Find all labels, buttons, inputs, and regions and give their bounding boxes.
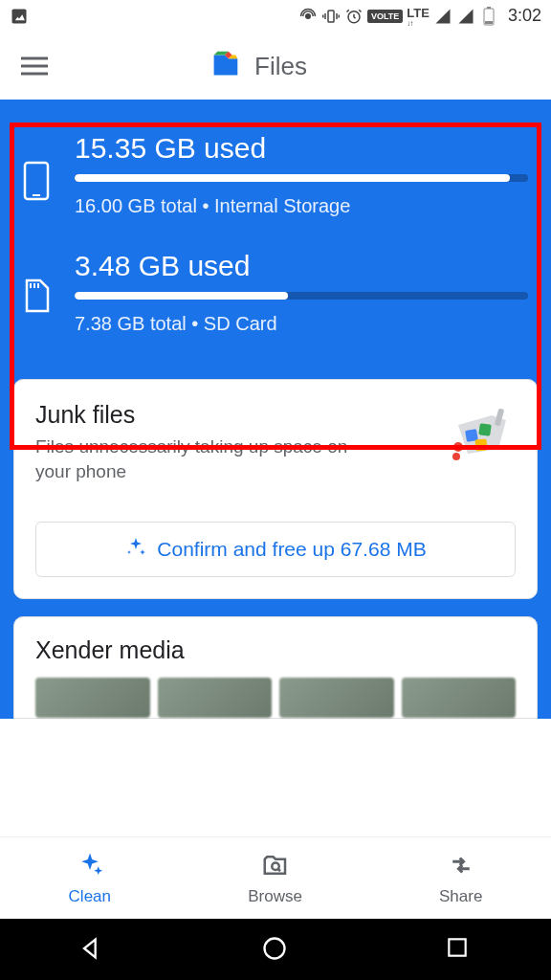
system-nav-bar xyxy=(0,919,551,980)
media-thumb[interactable] xyxy=(402,678,517,718)
phone-icon xyxy=(23,161,61,205)
home-button[interactable] xyxy=(261,935,290,964)
status-time: 3:02 xyxy=(508,6,541,26)
svg-point-29 xyxy=(453,442,463,452)
svg-rect-35 xyxy=(449,939,465,955)
nav-share[interactable]: Share xyxy=(439,851,482,906)
hotspot-icon xyxy=(298,7,318,26)
storage-panel[interactable]: 15.35 GB used 16.00 GB total • Internal … xyxy=(0,100,551,379)
lte-icon: LTE↓↑ xyxy=(407,6,430,27)
internal-total-label: 16.00 GB total • Internal Storage xyxy=(75,195,528,217)
dustpan-icon xyxy=(439,401,516,468)
bottom-nav: Clean Browse Share xyxy=(0,836,551,919)
nav-share-label: Share xyxy=(439,887,482,906)
nav-clean[interactable]: Clean xyxy=(69,851,111,906)
battery-icon xyxy=(479,7,498,26)
junk-card-title: Junk files xyxy=(35,401,380,429)
svg-line-32 xyxy=(277,868,280,871)
junk-files-card: Junk files Files unnecessarily taking up… xyxy=(13,379,538,599)
media-card-title: Xender media xyxy=(35,636,516,664)
svg-rect-3 xyxy=(328,11,334,22)
nav-browse-label: Browse xyxy=(248,887,302,906)
nav-clean-label: Clean xyxy=(69,887,111,906)
junk-card-subtitle: Files unnecessarily taking up space on y… xyxy=(35,434,380,483)
internal-used-label: 15.35 GB used xyxy=(75,132,528,165)
vibrate-icon xyxy=(321,7,341,26)
svg-marker-9 xyxy=(435,9,450,23)
svg-rect-13 xyxy=(485,21,493,24)
sdcard-storage-row[interactable]: 3.48 GB used 7.38 GB total • SD Card xyxy=(23,250,528,335)
volte-badge: VOLTE xyxy=(367,10,403,23)
app-header: Files xyxy=(0,33,551,100)
confirm-free-label: Confirm and free up 67.68 MB xyxy=(157,538,426,561)
internal-progress-bar xyxy=(75,174,528,182)
svg-rect-27 xyxy=(478,423,492,436)
svg-rect-12 xyxy=(487,7,491,9)
menu-button[interactable] xyxy=(15,47,54,85)
sparkle-icon xyxy=(124,536,147,563)
nav-browse[interactable]: Browse xyxy=(248,851,302,906)
media-thumb[interactable] xyxy=(279,678,394,718)
svg-rect-20 xyxy=(25,163,48,199)
files-logo-icon xyxy=(207,46,243,86)
confirm-free-button[interactable]: Confirm and free up 67.68 MB xyxy=(35,522,516,577)
folder-search-icon xyxy=(261,851,290,883)
alarm-icon xyxy=(344,7,364,26)
picture-icon xyxy=(10,7,29,26)
svg-point-30 xyxy=(452,453,460,460)
sdcard-progress-bar xyxy=(75,292,528,300)
media-thumb[interactable] xyxy=(35,678,150,718)
status-bar: VOLTE LTE↓↑ 3:02 xyxy=(0,0,551,33)
media-thumb[interactable] xyxy=(158,678,273,718)
xender-media-card: Xender media xyxy=(13,616,538,719)
svg-rect-0 xyxy=(12,10,27,24)
signal-icon-1 xyxy=(433,7,452,26)
svg-point-2 xyxy=(306,14,311,19)
back-button[interactable] xyxy=(77,935,106,964)
internal-storage-row[interactable]: 15.35 GB used 16.00 GB total • Internal … xyxy=(23,132,528,217)
sparkle-icon xyxy=(76,851,104,883)
sdcard-icon xyxy=(23,278,61,317)
sdcard-used-label: 3.48 GB used xyxy=(75,250,528,282)
svg-rect-28 xyxy=(474,438,487,451)
svg-marker-10 xyxy=(458,9,473,23)
svg-marker-33 xyxy=(84,940,96,958)
recents-button[interactable] xyxy=(445,935,474,964)
svg-point-34 xyxy=(265,939,285,959)
signal-icon-2 xyxy=(456,7,475,26)
sdcard-total-label: 7.38 GB total • SD Card xyxy=(75,313,528,335)
share-arrows-icon xyxy=(447,851,475,883)
app-title: Files xyxy=(254,52,307,81)
